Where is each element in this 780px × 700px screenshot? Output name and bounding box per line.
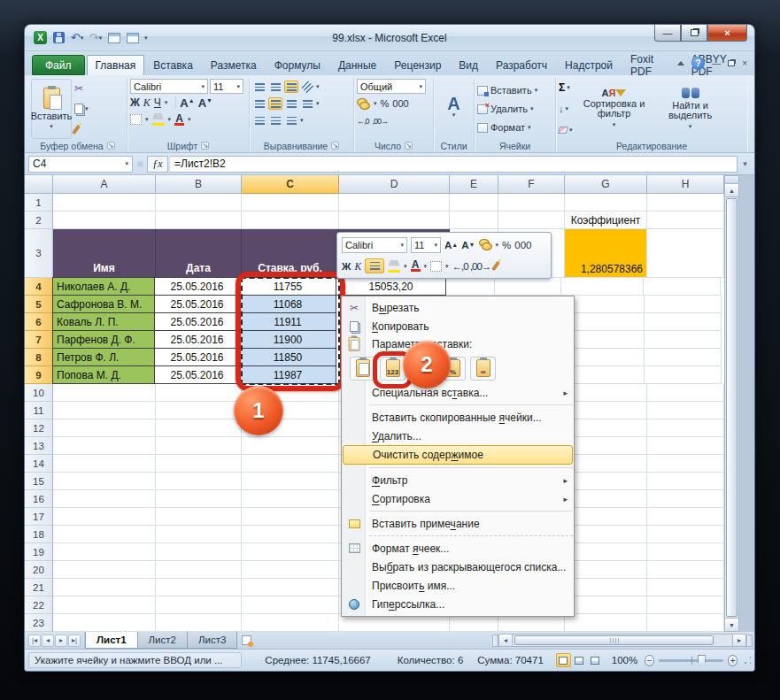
cell-G23[interactable] bbox=[565, 614, 647, 632]
cell-A13[interactable] bbox=[53, 437, 156, 455]
fill-button[interactable]: ↓▾ bbox=[559, 102, 573, 116]
row-header-21[interactable]: 21 bbox=[25, 579, 53, 596]
row-header-14[interactable]: 14 bbox=[25, 455, 53, 473]
menu-item-копировать[interactable]: Копировать bbox=[343, 317, 573, 335]
menu-item-выбрать-из-раскрывающегося-списка[interactable]: Выбрать из раскрывающегося списка... bbox=[343, 558, 573, 576]
cell-C17[interactable] bbox=[242, 508, 339, 526]
increase-decimal-button[interactable]: ←,0 bbox=[357, 117, 369, 126]
cell-C14[interactable] bbox=[242, 455, 339, 473]
expand-formula-bar-icon[interactable]: ▾ bbox=[739, 159, 751, 168]
tab-file[interactable]: Файл bbox=[32, 55, 85, 75]
cell-B7[interactable]: 25.05.2016 bbox=[154, 330, 240, 349]
cell-C23[interactable] bbox=[242, 614, 339, 632]
row-header-13[interactable]: 13 bbox=[25, 437, 53, 455]
italic-button[interactable]: К bbox=[143, 96, 151, 110]
row-header-5[interactable]: 5 bbox=[25, 296, 53, 313]
cell-H7[interactable] bbox=[645, 331, 722, 349]
cell-C2[interactable] bbox=[242, 212, 339, 229]
row-header-16[interactable]: 16 bbox=[25, 490, 53, 508]
cell-D4[interactable]: 15053,20 bbox=[336, 277, 446, 296]
next-sheet-icon[interactable]: ▸ bbox=[55, 635, 67, 647]
cell-H12[interactable] bbox=[647, 419, 724, 437]
cell-D23[interactable] bbox=[339, 614, 450, 632]
row-header-23[interactable]: 23 bbox=[25, 614, 53, 632]
cell-B6[interactable]: 25.05.2016 bbox=[154, 312, 240, 331]
cell-B2[interactable] bbox=[156, 212, 242, 229]
cell-G19[interactable] bbox=[565, 543, 647, 561]
cell-G15[interactable] bbox=[565, 473, 647, 490]
find-select-button[interactable]: Найти и выделить▾ bbox=[656, 79, 725, 139]
cell-A5[interactable]: Сафронова В. М. bbox=[52, 295, 155, 313]
mini-accounting-icon[interactable] bbox=[479, 239, 492, 250]
mini-font-size-select[interactable]: 11▾ bbox=[411, 237, 441, 253]
zoom-slider-thumb[interactable] bbox=[698, 655, 706, 666]
align-left-button[interactable] bbox=[252, 97, 266, 110]
column-header-H[interactable]: H bbox=[647, 175, 724, 194]
row-header-20[interactable]: 20 bbox=[25, 561, 53, 579]
tab-разработч[interactable]: Разработч bbox=[487, 55, 556, 75]
cell-H16[interactable] bbox=[647, 490, 724, 508]
cell-B21[interactable] bbox=[156, 579, 242, 596]
cell-C19[interactable] bbox=[242, 543, 339, 561]
cell-A16[interactable] bbox=[53, 490, 156, 508]
tab-рецензир[interactable]: Рецензир bbox=[385, 55, 450, 75]
horizontal-scroll-thumb[interactable] bbox=[514, 635, 714, 645]
cell-H9[interactable] bbox=[645, 366, 722, 384]
cell-F2[interactable] bbox=[498, 212, 565, 229]
row-header-4[interactable]: 4 bbox=[25, 278, 53, 296]
mini-fill-color-button[interactable] bbox=[388, 260, 400, 273]
font-color-button[interactable]: А bbox=[174, 114, 184, 126]
zoom-slider[interactable] bbox=[659, 659, 724, 662]
font-size-select[interactable]: 11▾ bbox=[210, 79, 243, 94]
cell-F23[interactable] bbox=[498, 614, 565, 632]
dialog-launcher-icon[interactable]: ↘ bbox=[405, 142, 413, 150]
mini-decimal-buttons[interactable]: ←,0 ,00→ bbox=[452, 261, 491, 272]
sheet-tab-лист1[interactable]: Лист1 bbox=[85, 632, 138, 649]
cell-G11[interactable] bbox=[565, 402, 647, 419]
paste-button[interactable]: Вставить▾ bbox=[31, 79, 72, 139]
row-header-17[interactable]: 17 bbox=[25, 508, 53, 526]
cell-A11[interactable] bbox=[53, 402, 156, 419]
row-header-19[interactable]: 19 bbox=[25, 543, 53, 561]
row-header-18[interactable]: 18 bbox=[25, 526, 53, 543]
scroll-down-icon[interactable]: ▼ bbox=[725, 618, 738, 631]
cell-B17[interactable] bbox=[156, 508, 242, 526]
cell-G18[interactable] bbox=[565, 526, 647, 543]
cell-C1[interactable] bbox=[242, 194, 339, 212]
row-header-12[interactable]: 12 bbox=[25, 419, 53, 437]
menu-item-вставить-примечание[interactable]: Вставить примечание bbox=[343, 514, 573, 533]
borders-button[interactable] bbox=[130, 114, 142, 125]
column-header-B[interactable]: B bbox=[156, 175, 242, 194]
tab-надстрой[interactable]: Надстрой bbox=[556, 55, 622, 75]
align-top-button[interactable] bbox=[252, 81, 266, 93]
cell-C18[interactable] bbox=[242, 526, 339, 543]
cell-F1[interactable] bbox=[498, 194, 565, 212]
sheet-tab-лист2[interactable]: Лист2 bbox=[137, 632, 188, 649]
shrink-font-button[interactable]: А▼ bbox=[198, 96, 212, 110]
accounting-format-icon[interactable] bbox=[357, 98, 370, 110]
cell-B10[interactable] bbox=[156, 384, 242, 402]
row-header-11[interactable]: 11 bbox=[25, 402, 53, 419]
row-header-1[interactable]: 1 bbox=[25, 194, 53, 212]
tab-вид[interactable]: Вид bbox=[450, 55, 487, 75]
grow-font-button[interactable]: А▲ bbox=[180, 96, 194, 110]
cell-B8[interactable]: 25.05.2016 bbox=[154, 348, 240, 366]
row-header-10[interactable]: 10 bbox=[25, 384, 53, 402]
cell-G1[interactable] bbox=[565, 194, 647, 212]
cell-H8[interactable] bbox=[645, 349, 722, 366]
vertical-scrollbar[interactable]: ▲ ▼ bbox=[724, 175, 739, 632]
decrease-decimal-button[interactable]: ,00→ bbox=[373, 117, 389, 126]
cell-H11[interactable] bbox=[647, 402, 724, 419]
cell-A14[interactable] bbox=[53, 455, 156, 473]
cell-H1[interactable] bbox=[647, 194, 724, 212]
cell-B9[interactable]: 25.05.2016 bbox=[154, 365, 240, 384]
cut-button[interactable]: ✂ bbox=[74, 81, 89, 96]
column-header-D[interactable]: D bbox=[339, 175, 450, 194]
cell-H2[interactable] bbox=[647, 212, 724, 229]
close-button[interactable]: × bbox=[707, 25, 747, 42]
comma-style-button[interactable]: 000 bbox=[392, 98, 408, 109]
cell-A10[interactable] bbox=[53, 384, 156, 402]
cell-H20[interactable] bbox=[647, 561, 724, 579]
copy-button[interactable]: ▾ bbox=[74, 102, 89, 116]
cell-G12[interactable] bbox=[565, 419, 647, 437]
